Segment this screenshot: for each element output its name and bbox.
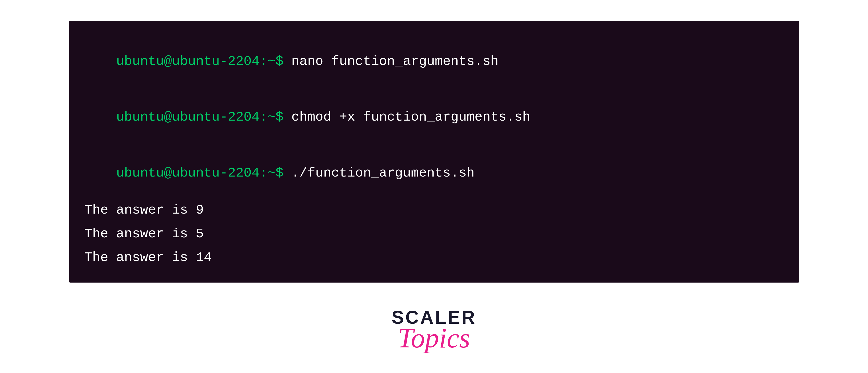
terminal-line-2: ubuntu@ubuntu-2204:~$ chmod +x function_…: [85, 90, 784, 145]
terminal-command-2: chmod +x function_arguments.sh: [283, 110, 530, 125]
terminal-prompt-1: ubuntu@ubuntu-2204:~$: [116, 54, 283, 69]
terminal-line-1: ubuntu@ubuntu-2204:~$ nano function_argu…: [85, 34, 784, 89]
terminal-window: ubuntu@ubuntu-2204:~$ nano function_argu…: [69, 21, 799, 283]
scaler-topics-logo: SCALER Topics: [392, 308, 476, 352]
terminal-command-1: nano function_arguments.sh: [283, 54, 499, 69]
terminal-output-3: The answer is 14: [85, 249, 784, 267]
topics-logo-text: Topics: [398, 324, 470, 352]
terminal-output-1: The answer is 9: [85, 201, 784, 220]
terminal-line-3: ubuntu@ubuntu-2204:~$ ./function_argumen…: [85, 145, 784, 201]
terminal-command-3: ./function_arguments.sh: [283, 166, 475, 181]
terminal-output-2: The answer is 5: [85, 225, 784, 243]
terminal-prompt-3: ubuntu@ubuntu-2204:~$: [116, 166, 283, 181]
terminal-prompt-2: ubuntu@ubuntu-2204:~$: [116, 110, 283, 125]
